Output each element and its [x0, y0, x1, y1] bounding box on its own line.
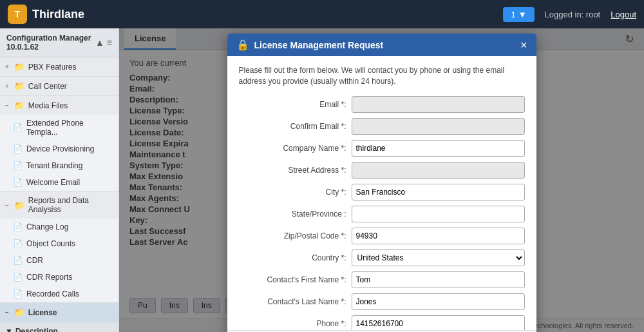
main-layout: Configuration Manager 10.0.1.62 ▲ ≡ + 📁 …: [0, 28, 644, 332]
modal-overlay: 🔒 License Management Request × Please fi…: [119, 28, 644, 332]
pbx-features-label: PBX Features: [28, 63, 77, 72]
version-label: 1: [511, 10, 515, 19]
form-row-phone: Phone *:: [239, 315, 525, 330]
tenant-branding-label: Tenant Branding: [26, 161, 82, 170]
sidebar-item-recorded-calls[interactable]: 📄 Recorded Calls: [0, 286, 118, 302]
minus-icon: −: [5, 309, 9, 316]
app-logo: T Thirdlane: [8, 5, 503, 24]
topbar: T Thirdlane 1 ▼ Logged in: root Logout: [0, 0, 644, 28]
street-address-input[interactable]: [352, 162, 525, 179]
form-row-state-province: State/Province :: [239, 206, 525, 222]
sidebar-expand-icon[interactable]: ≡: [107, 37, 112, 48]
doc-icon: 📄: [13, 273, 23, 282]
form-row-zip: Zip/Postal Code *:: [239, 228, 525, 244]
form-row-street-address: Street Address *:: [239, 162, 525, 179]
sidebar-item-cdr[interactable]: 📄 CDR: [0, 252, 118, 269]
sidebar-item-object-counts[interactable]: 📄 Object Counts: [0, 235, 118, 252]
sidebar-item-device-provisioning[interactable]: 📄 Device Provisioning: [0, 141, 118, 157]
license-management-modal: 🔒 License Management Request × Please fi…: [227, 34, 536, 332]
sidebar-item-tenant-branding[interactable]: 📄 Tenant Branding: [0, 157, 118, 174]
logged-in-label: Logged in: root: [545, 10, 601, 19]
sidebar-title: Configuration Manager 10.0.1.62: [6, 34, 95, 52]
phone-field-label: Phone *:: [239, 319, 352, 328]
email-field-label: Email *:: [239, 100, 352, 109]
sidebar-group-license: − 📁 License: [0, 303, 118, 322]
sidebar-item-welcome-email[interactable]: 📄 Welcome Email: [0, 174, 118, 191]
sidebar-item-reports[interactable]: − 📁 Reports and Data Analysiss: [0, 191, 118, 219]
doc-icon: 📄: [13, 144, 23, 153]
folder-icon: 📁: [14, 101, 24, 110]
sidebar-item-cdr-reports[interactable]: 📄 CDR Reports: [0, 269, 118, 286]
object-counts-label: Object Counts: [26, 239, 75, 248]
doc-icon: 📄: [13, 256, 23, 265]
sidebar-item-extended-phone-template[interactable]: 📄 Extended Phone Templa...: [0, 115, 118, 141]
sidebar-group-pbx: + 📁 PBX Features: [0, 57, 118, 77]
sidebar-item-call-center[interactable]: + 📁 Call Center: [0, 77, 118, 95]
form-row-last-name: Contact's Last Name *:: [239, 293, 525, 310]
recorded-calls-label: Recorded Calls: [26, 289, 79, 298]
email-input[interactable]: [352, 96, 525, 113]
last-name-input[interactable]: [352, 293, 525, 310]
last-name-field-label: Contact's Last Name *:: [239, 297, 352, 306]
sidebar-item-pbx-features[interactable]: + 📁 PBX Features: [0, 57, 118, 76]
city-input[interactable]: [352, 184, 525, 200]
doc-icon: 📄: [13, 123, 23, 132]
chevron-down-icon: ▼: [5, 327, 13, 332]
form-row-confirm-email: Confirm Email *:: [239, 118, 525, 135]
company-name-field-label: Company Name *:: [239, 144, 352, 153]
first-name-field-label: Contact's First Name *:: [239, 275, 352, 284]
folder-icon: 📁: [14, 200, 24, 210]
form-row-first-name: Contact's First Name *:: [239, 271, 525, 288]
first-name-input[interactable]: [352, 271, 525, 288]
version-button[interactable]: 1 ▼: [503, 7, 534, 22]
sidebar: Configuration Manager 10.0.1.62 ▲ ≡ + 📁 …: [0, 28, 119, 332]
description-section-label: Description: [15, 327, 58, 332]
device-provisioning-label: Device Provisioning: [26, 144, 94, 153]
form-row-company-name: Company Name *:: [239, 140, 525, 157]
folder-icon: 📁: [14, 308, 24, 317]
sidebar-group-call-center: + 📁 Call Center: [0, 77, 118, 96]
confirm-email-field-label: Confirm Email *:: [239, 122, 352, 131]
topbar-right: 1 ▼ Logged in: root Logout: [503, 7, 636, 22]
app-title: Thirdlane: [32, 8, 84, 21]
modal-close-button[interactable]: ×: [520, 39, 527, 51]
modal-header-left: 🔒 License Management Request: [236, 39, 384, 51]
form-row-email: Email *:: [239, 96, 525, 113]
phone-input[interactable]: [352, 315, 525, 330]
doc-icon: 📄: [13, 178, 23, 187]
content-area: License ↻ You are current Company: Email…: [119, 28, 644, 332]
company-name-input[interactable]: [352, 140, 525, 157]
doc-icon: 📄: [13, 161, 23, 170]
modal-title: License Management Request: [254, 40, 384, 50]
minus-icon: −: [5, 102, 9, 109]
street-address-field-label: Street Address *:: [239, 166, 352, 175]
reports-label: Reports and Data Analysiss: [28, 196, 113, 214]
sidebar-group-media-files: − 📁 Media Files 📄 Extended Phone Templa.…: [0, 96, 118, 191]
folder-icon: 📁: [14, 62, 24, 72]
welcome-email-label: Welcome Email: [26, 178, 80, 187]
country-select[interactable]: United States Canada United Kingdom Aust…: [352, 249, 525, 266]
change-log-label: Change Log: [26, 222, 68, 231]
doc-icon: 📄: [13, 289, 23, 298]
country-field-label: Country *:: [239, 253, 352, 262]
doc-icon: 📄: [13, 239, 23, 248]
confirm-email-input[interactable]: [352, 118, 525, 135]
license-label: License: [28, 308, 57, 317]
city-field-label: City *:: [239, 188, 352, 197]
chevron-down-icon: ▼: [518, 10, 527, 19]
sidebar-item-license[interactable]: − 📁 License: [0, 303, 118, 322]
sidebar-up-icon[interactable]: ▲: [95, 37, 104, 48]
logout-link[interactable]: Logout: [611, 10, 636, 19]
state-province-field-label: State/Province :: [239, 210, 352, 219]
description-section[interactable]: ▼ Description: [0, 322, 118, 332]
plus-icon: +: [5, 63, 9, 70]
zip-input[interactable]: [352, 228, 525, 244]
sidebar-item-media-files[interactable]: − 📁 Media Files: [0, 96, 118, 115]
zip-field-label: Zip/Postal Code *:: [239, 231, 352, 240]
state-province-input[interactable]: [352, 206, 525, 222]
folder-icon: 📁: [14, 81, 24, 91]
sidebar-header-icons: ▲ ≡: [95, 37, 112, 48]
sidebar-header: Configuration Manager 10.0.1.62 ▲ ≡: [0, 28, 118, 57]
sidebar-item-change-log[interactable]: 📄 Change Log: [0, 219, 118, 235]
call-center-label: Call Center: [28, 82, 67, 91]
